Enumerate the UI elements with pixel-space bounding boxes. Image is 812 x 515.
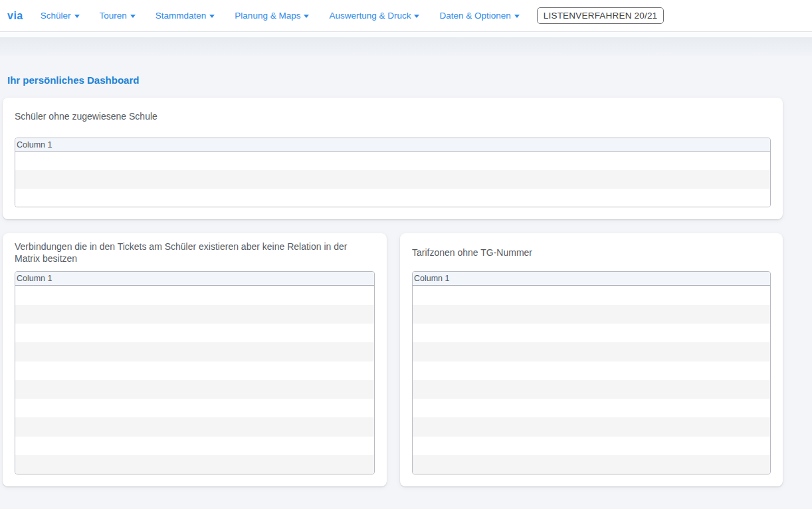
toolbar-strip [0,37,812,56]
table-row [15,417,374,436]
table-row [15,324,374,342]
card-title: Verbindungen die in den Tickets am Schül… [15,240,375,265]
table-body [15,286,374,474]
table-body [15,152,770,207]
table-row [413,437,770,455]
table-row [15,152,770,171]
page-bottom-strip [0,509,812,515]
nav-item-label: Planung & Maps [235,11,300,21]
chevron-down-icon [74,15,80,18]
nav-item-label: Daten & Optionen [439,11,510,21]
card-tarifzonen-ohne-tg-nummer: Tarifzonen ohne TG-Nummer Column 1 [400,233,783,486]
chevron-down-icon [414,15,419,18]
nav-item-auswertung-druck[interactable]: Auswertung & Druck [329,11,419,21]
via-logo[interactable]: via [7,10,23,22]
table-row [413,324,770,342]
card-schueler-ohne-schule: Schüler ohne zugewiesene Schule Column 1 [3,98,783,219]
chevron-down-icon [514,15,520,18]
table-body [413,286,770,474]
table-row [15,399,374,417]
nav-item-label: Touren [100,11,127,21]
table-row [413,342,770,361]
empty-data-table: Column 1 [15,271,375,474]
table-row [15,437,374,455]
nav-item-label: Schüler [41,11,71,21]
table-row [413,305,770,324]
table-column-header[interactable]: Column 1 [413,272,770,286]
table-row [413,380,770,399]
table-row [15,170,770,189]
listenverfahren-button[interactable]: LISTENVERFAHREN 20/21 [537,7,664,24]
top-navigation-bar: via Schüler Touren Stammdaten Planung & … [0,0,812,32]
table-row [15,305,374,324]
table-row [413,286,770,304]
chevron-down-icon [304,15,309,18]
nav-item-daten-optionen[interactable]: Daten & Optionen [439,11,519,21]
chevron-down-icon [130,15,136,18]
empty-data-table: Column 1 [412,271,771,474]
nav-item-planung-maps[interactable]: Planung & Maps [235,11,309,21]
header-spacer [0,32,812,37]
table-row [413,417,770,436]
nav-item-stammdaten[interactable]: Stammdaten [155,11,215,21]
nav-item-label: Auswertung & Druck [329,11,411,21]
table-row [15,361,374,380]
card-title: Schüler ohne zugewiesene Schule [15,110,771,123]
nav-item-touren[interactable]: Touren [100,11,136,21]
table-row [15,342,374,361]
table-row [413,399,770,417]
table-row [15,380,374,399]
dashboard-content: Ihr persönliches Dashboard Schüler ohne … [0,56,812,509]
dashboard-cards-row: Verbindungen die in den Tickets am Schül… [3,233,783,486]
chevron-down-icon [209,15,215,18]
table-row [15,189,770,207]
table-row [15,455,374,474]
card-title: Tarifzonen ohne TG-Nummer [412,240,771,265]
empty-data-table: Column 1 [15,138,771,208]
main-menu: Schüler Touren Stammdaten Planung & Maps… [41,11,520,21]
table-row [413,361,770,380]
page-title: Ihr persönliches Dashboard [3,74,783,86]
table-row [413,455,770,474]
table-column-header[interactable]: Column 1 [15,272,374,286]
nav-item-label: Stammdaten [155,11,207,21]
card-verbindungen-ohne-relation: Verbindungen die in den Tickets am Schül… [3,233,387,486]
table-column-header[interactable]: Column 1 [15,138,770,152]
table-row [15,286,374,304]
nav-item-schueler[interactable]: Schüler [41,11,80,21]
